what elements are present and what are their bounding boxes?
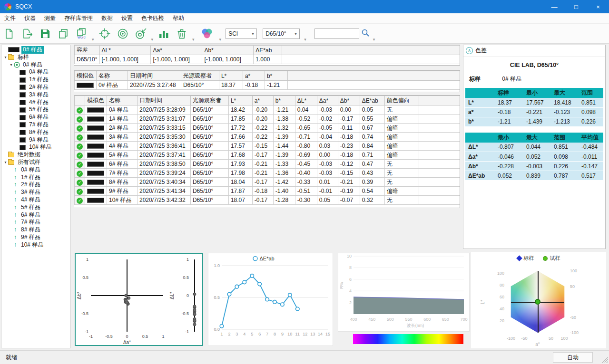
measure-standard-button[interactable]	[133, 25, 149, 42]
tree-folder-absolute[interactable]: 绝对数据	[1, 151, 70, 159]
copy-button[interactable]	[55, 25, 71, 42]
tree-item[interactable]: 6# 样品	[1, 114, 70, 121]
toolbar-overflow-icon[interactable]: ▾	[373, 37, 375, 42]
column-header[interactable]: 模拟色	[85, 96, 107, 105]
chevron-down-icon[interactable]: ▾	[304, 37, 306, 42]
minimize-button[interactable]: —	[543, 0, 565, 13]
search-input[interactable]	[314, 29, 359, 39]
tolerance-row[interactable]: D65/10°[-1.000, 1.000][-1.000, 1.000][-1…	[75, 55, 460, 64]
export-word-button[interactable]: Word	[73, 25, 89, 42]
column-header[interactable]: 光源观察者	[181, 71, 219, 81]
tree-item[interactable]: ↑5# 样品	[1, 204, 70, 211]
column-header[interactable]: Δb*	[202, 46, 254, 55]
tree-item-current-sample[interactable]: 0# 样品	[1, 46, 70, 54]
column-header[interactable]: ΔL*	[99, 46, 151, 55]
search-icon[interactable]	[361, 29, 370, 38]
column-header[interactable]	[419, 96, 460, 105]
chevron-down-icon[interactable]: ▾	[192, 37, 195, 42]
tree-item[interactable]: 7# 样品	[1, 121, 70, 129]
tree-item[interactable]: ↑3# 样品	[1, 189, 70, 196]
tree-item[interactable]: 1# 样品	[1, 76, 70, 84]
standard-row[interactable]: 0# 样品2020/7/25 3:27:48D65/10°18.37-0.18-…	[75, 81, 460, 90]
column-header[interactable]: 名称	[107, 96, 137, 105]
menu-item[interactable]: 帮助	[168, 13, 188, 23]
column-header[interactable]: b*	[265, 71, 287, 81]
collapse-panel-button[interactable]: ∧	[466, 47, 473, 54]
column-header[interactable]	[287, 71, 460, 81]
tree-item[interactable]: 10# 样品	[1, 144, 70, 151]
new-document-button[interactable]	[1, 25, 17, 42]
tree-item[interactable]: ↑4# 样品	[1, 196, 70, 204]
tree-item[interactable]: ↑1# 样品	[1, 174, 70, 182]
column-header[interactable]: L*	[219, 71, 243, 81]
delete-button[interactable]	[174, 25, 190, 42]
column-header[interactable]: 日期时间	[128, 71, 181, 81]
sample-row[interactable]: ✓4# 样品2020/7/25 3:36:41D65/10°17.57-0.15…	[75, 142, 460, 151]
tree-item[interactable]: 5# 样品	[1, 106, 70, 114]
chevron-down-icon[interactable]: ▾	[219, 37, 222, 42]
tree-item[interactable]: ↑9# 样品	[1, 234, 70, 241]
column-header[interactable]: Δa*	[151, 46, 202, 55]
column-header[interactable]: L*	[228, 96, 252, 105]
menu-item[interactable]: 存样库管理	[60, 13, 97, 23]
illuminant-select[interactable]: D65/10° ▾	[263, 29, 300, 39]
column-header[interactable]: 光源观察者	[190, 96, 228, 105]
close-button[interactable]: ×	[587, 0, 609, 13]
sample-row[interactable]: ✓6# 样品2020/7/25 3:38:50D65/10°17.93-0.21…	[75, 160, 460, 169]
sample-row[interactable]: ✓8# 样品2020/7/25 3:40:34D65/10°18.04-0.17…	[75, 178, 460, 187]
sample-row[interactable]: ✓10# 样品2020/7/25 3:42:32D65/10°18.07-0.1…	[75, 196, 460, 205]
tree-item[interactable]: ↑7# 样品	[1, 219, 70, 226]
sample-row[interactable]: ✓1# 样品2020/7/25 3:31:07D65/10°17.85-0.20…	[75, 115, 460, 124]
column-header[interactable]: a*	[252, 96, 273, 105]
tree-folder-standard[interactable]: ▾标样	[1, 54, 70, 61]
tree-item[interactable]: ↑0# 样品	[1, 166, 70, 174]
calibration-button[interactable]	[97, 25, 113, 42]
expander-icon[interactable]: ▾	[3, 54, 8, 61]
sample-row[interactable]: ✓0# 样品2020/7/25 3:28:09D65/10°18.42-0.20…	[75, 105, 460, 115]
column-header[interactable]: ΔE*ab	[360, 96, 384, 105]
sample-row[interactable]: ✓5# 样品2020/7/25 3:37:41D65/10°17.68-0.17…	[75, 151, 460, 160]
menu-item[interactable]: 测量	[40, 13, 60, 23]
tree-item[interactable]: ↑2# 样品	[1, 181, 70, 189]
chevron-down-icon[interactable]: ▾	[92, 37, 94, 42]
expander-icon[interactable]: ▾	[3, 159, 8, 166]
column-header[interactable]: Δa*	[317, 96, 338, 105]
tree-item[interactable]: 9# 样品	[1, 136, 70, 144]
menu-item[interactable]: 设置	[117, 13, 137, 23]
mode-select[interactable]: SCI ▾	[226, 29, 257, 39]
column-header[interactable]: 名称	[96, 71, 128, 81]
menu-item[interactable]: 仪器	[20, 13, 40, 23]
column-header[interactable]: ΔL*	[295, 96, 317, 105]
tree-folder-samples[interactable]: ▾所有试样	[1, 159, 70, 166]
resize-grip[interactable]	[601, 356, 608, 363]
sample-row[interactable]: ✓3# 样品2020/7/25 3:35:30D65/10°17.66-0.22…	[75, 133, 460, 142]
tree-item-standard[interactable]: ▾0# 样品	[1, 61, 70, 69]
tree-item[interactable]: 4# 样品	[1, 99, 70, 106]
sample-row[interactable]: ✓2# 样品2020/7/25 3:33:15D65/10°17.72-0.22…	[75, 124, 460, 133]
menu-item[interactable]: 文件	[0, 13, 20, 23]
column-header[interactable]	[75, 96, 85, 105]
tree-item[interactable]: ↑6# 样品	[1, 211, 70, 219]
column-header[interactable]: ΔE*ab	[254, 46, 282, 55]
tree-item[interactable]: 3# 样品	[1, 91, 70, 99]
menu-item[interactable]: 数据	[97, 13, 117, 23]
column-header[interactable]: Δb*	[338, 96, 360, 105]
column-header[interactable]: a*	[243, 71, 265, 81]
save-button[interactable]	[37, 25, 53, 42]
simulate-color-button[interactable]	[197, 25, 217, 42]
column-header[interactable]: 颜色偏向	[384, 96, 419, 105]
column-header[interactable]: 日期时间	[137, 96, 190, 105]
tree-item[interactable]: 2# 样品	[1, 84, 70, 91]
tree-item[interactable]: 0# 样品	[1, 68, 70, 76]
export-button[interactable]	[19, 25, 35, 42]
chart-button[interactable]	[156, 25, 172, 42]
tree-item[interactable]: ↑10# 样品	[1, 241, 70, 249]
sample-row[interactable]: ✓7# 样品2020/7/25 3:39:24D65/10°17.98-0.21…	[75, 169, 460, 178]
target-button[interactable]	[115, 25, 131, 42]
maximize-button[interactable]: □	[565, 0, 587, 13]
column-header[interactable]: 容差	[75, 46, 100, 55]
column-header[interactable]: b*	[273, 96, 295, 105]
column-header[interactable]: 模拟色	[75, 71, 97, 81]
chevron-down-icon[interactable]: ▾	[151, 37, 154, 42]
column-header[interactable]	[282, 46, 460, 55]
